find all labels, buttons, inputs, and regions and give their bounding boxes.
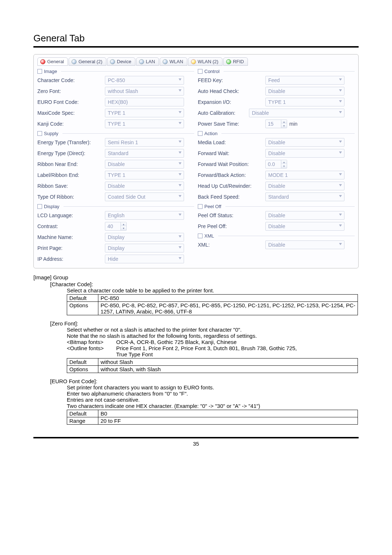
- spin-up-icon[interactable]: ▲: [281, 160, 287, 164]
- media-load-combo[interactable]: Disable: [265, 138, 344, 147]
- character-code-combo[interactable]: PC-850: [105, 76, 184, 85]
- auto-calibration-combo[interactable]: Disable: [249, 109, 344, 117]
- expansion-io-combo[interactable]: TYPE 1: [265, 98, 344, 106]
- auto-head-combo[interactable]: Disable: [265, 87, 344, 96]
- combo-value: Display: [108, 234, 124, 240]
- pre-peeloff-combo[interactable]: Disable: [265, 222, 344, 231]
- contrast-spinner[interactable]: 40▲▼: [105, 222, 127, 231]
- tab-general[interactable]: General: [37, 57, 68, 66]
- checkbox-icon[interactable]: [198, 69, 203, 74]
- combo-value: Disable: [268, 139, 285, 145]
- field-label: Ribbon Near End:: [37, 161, 103, 167]
- field-label: Head Up Cut/Rewinder:: [198, 183, 263, 189]
- tab-label: General (2): [78, 59, 102, 64]
- spin-value: 0.0: [266, 161, 281, 167]
- table-cell: without Slash, with Slash: [98, 366, 358, 373]
- ribbon-type-combo[interactable]: Coated Side Out: [105, 193, 184, 201]
- caret-icon: [179, 184, 181, 186]
- group-label: Display: [44, 204, 60, 209]
- group-label: Image: [44, 69, 57, 74]
- head-up-combo[interactable]: Disable: [265, 182, 344, 190]
- caret-icon: [179, 257, 181, 259]
- group-label: Supply: [44, 131, 58, 136]
- field-label: Auto Calibration:: [198, 110, 247, 116]
- forward-back-combo[interactable]: MODE 1: [265, 171, 344, 179]
- tab-label: RFID: [233, 59, 244, 64]
- caret-icon: [339, 224, 342, 227]
- peeloff-status-combo[interactable]: Disable: [265, 211, 344, 220]
- power-save-spinner[interactable]: 15▲▼: [265, 119, 287, 128]
- checkbox-icon[interactable]: [37, 204, 42, 209]
- kanji-combo[interactable]: TYPE 1: [105, 119, 184, 128]
- ribbon-save-combo[interactable]: Disable: [105, 182, 184, 190]
- settings-window: General General (2) Device LAN WLAN WLAN…: [33, 54, 359, 268]
- tab-lan[interactable]: LAN: [136, 57, 159, 66]
- tab-led-icon: [139, 59, 144, 64]
- caret-icon: [179, 141, 181, 143]
- tab-general2[interactable]: General (2): [69, 57, 106, 66]
- spin-value: 15: [266, 121, 281, 127]
- table-cell: PC-850, PC-8, PC-852, PC-857, PC-851, PC…: [98, 302, 358, 315]
- spin-up-icon[interactable]: ▲: [281, 120, 287, 124]
- spin-down-icon[interactable]: ▼: [121, 226, 126, 230]
- bitmap-fonts-label: <Bitmap fonts>: [67, 339, 116, 345]
- combo-value: TYPE 1: [108, 172, 125, 178]
- lcd-lang-combo[interactable]: English: [105, 211, 184, 220]
- zero-font-combo[interactable]: without Slash: [105, 87, 184, 96]
- tab-rfid[interactable]: RFID: [223, 57, 248, 66]
- print-page-combo[interactable]: Display: [105, 244, 184, 252]
- field-label: Ribbon Save:: [37, 183, 103, 189]
- energy-transfer-combo[interactable]: Semi Resin 1: [105, 138, 184, 147]
- eurofont-heading: [EURO Font Code]:: [50, 378, 359, 384]
- tab-led-icon: [226, 59, 231, 64]
- tab-led-icon: [40, 59, 45, 64]
- label-ribbon-combo[interactable]: TYPE 1: [105, 171, 184, 179]
- combo-value: Standard: [108, 150, 128, 156]
- spin-up-icon[interactable]: ▲: [121, 222, 126, 226]
- machine-name-combo[interactable]: Display: [105, 233, 184, 242]
- field-label: Zero Font:: [37, 88, 103, 94]
- table-cell: 20 to FF: [98, 417, 358, 425]
- group-display-title: Display: [37, 204, 194, 209]
- checkbox-icon[interactable]: [198, 234, 203, 238]
- ribbon-near-combo[interactable]: Disable: [105, 160, 184, 169]
- group-label: Action: [204, 131, 217, 136]
- forward-wait-combo[interactable]: Disable: [265, 149, 344, 158]
- maxicode-combo[interactable]: TYPE 1: [105, 109, 184, 117]
- caret-icon: [179, 151, 181, 154]
- caret-icon: [179, 214, 181, 216]
- tab-led-icon: [191, 59, 196, 64]
- caret-icon: [179, 235, 181, 238]
- ip-address-combo[interactable]: Hide: [105, 255, 184, 263]
- combo-value: Feed: [268, 77, 280, 83]
- field-label: Print Page:: [37, 245, 103, 251]
- euro-font-combo[interactable]: HEX(B0): [105, 98, 184, 106]
- energy-direct-combo[interactable]: Standard: [105, 149, 184, 158]
- table-cell: Default: [67, 358, 98, 366]
- forward-wait-pos-spinner[interactable]: 0.0▲▼: [265, 160, 287, 169]
- tab-wlan2[interactable]: WLAN (2): [188, 57, 222, 66]
- checkbox-icon[interactable]: [37, 69, 42, 74]
- back-feed-combo[interactable]: Standard: [265, 193, 344, 201]
- spin-down-icon[interactable]: ▼: [281, 124, 287, 128]
- caret-icon: [339, 184, 342, 186]
- combo-value: English: [108, 212, 124, 218]
- spacer: [67, 351, 116, 357]
- tab-wlan[interactable]: WLAN: [160, 57, 187, 66]
- group-supply-title: Supply: [37, 131, 194, 136]
- tab-label: Device: [117, 59, 131, 64]
- checkbox-icon[interactable]: [198, 204, 203, 209]
- eurofont-line: Set printer font characters you want to …: [67, 384, 359, 390]
- combo-value: Disable: [268, 88, 285, 94]
- tab-label: WLAN (2): [198, 59, 219, 64]
- page-title: General Tab: [33, 33, 359, 44]
- spin-down-icon[interactable]: ▼: [281, 164, 287, 168]
- outline-fonts-label: <Outline fonts>: [67, 345, 116, 351]
- eurofont-line: Entries are not case-sensitive.: [67, 397, 359, 403]
- tab-device[interactable]: Device: [107, 57, 135, 66]
- feed-key-combo[interactable]: Feed: [265, 76, 344, 85]
- field-label: Type Of Ribbon:: [37, 194, 103, 200]
- checkbox-icon[interactable]: [37, 131, 42, 136]
- checkbox-icon[interactable]: [198, 131, 203, 136]
- xml-combo[interactable]: Disable: [265, 240, 344, 249]
